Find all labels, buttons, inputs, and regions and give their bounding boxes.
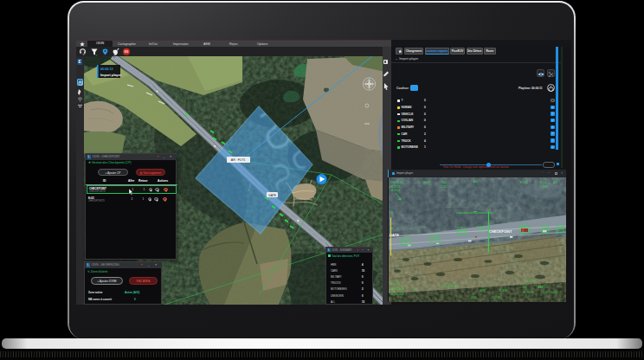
- svg-text:4658: 4658: [471, 296, 477, 299]
- svg-text:47 MOT: 47 MOT: [457, 227, 466, 230]
- svg-text:MAG CO: MAG CO: [538, 286, 548, 289]
- svg-text:AR : FLY5: AR : FLY5: [231, 158, 245, 162]
- svg-text:FL 110: FL 110: [520, 181, 528, 184]
- svg-text:2.2KM: 2.2KM: [499, 289, 507, 292]
- svg-text:NFOV: NFOV: [423, 181, 430, 184]
- svg-text:299.192.6N: 299.192.6N: [390, 181, 403, 184]
- svg-text:03:25:51: 03:25:51: [390, 189, 401, 192]
- svg-text:GATE: GATE: [268, 194, 277, 197]
- svg-text:48.18.184 N: 48.18.184 N: [390, 287, 404, 291]
- svg-text:CCM: CCM: [441, 184, 447, 188]
- svg-text:CHECKPOINT: CHECKPOINT: [489, 228, 512, 233]
- svg-text:48.28.192: 48.28.192: [523, 291, 534, 294]
- svg-text:Import player: Import player: [100, 74, 122, 77]
- svg-text:LOS: LOS: [543, 291, 548, 294]
- svg-text:50 CAR: 50 CAR: [556, 224, 564, 228]
- svg-text:N/U: N/U: [442, 181, 447, 184]
- svg-text:06.28.101 E: 06.28.101 E: [390, 292, 404, 296]
- svg-text:2.2KM: 2.2KM: [493, 296, 500, 299]
- svg-text:331 / 280: 331 / 280: [525, 280, 536, 283]
- svg-text:57 CAR: 57 CAR: [401, 236, 409, 240]
- svg-text:AGL 116: AGL 116: [390, 282, 400, 286]
- svg-text:43 TRK: 43 TRK: [519, 223, 528, 227]
- svg-text:163.1: 163.1: [551, 291, 558, 294]
- svg-text:A10: A10: [553, 181, 558, 184]
- svg-text:-1 21 24 21 26 2: -1 21 24 21 26 2: [441, 285, 459, 288]
- svg-text:5.2KM: 5.2KM: [540, 185, 548, 189]
- svg-text:100: 100: [413, 287, 417, 291]
- svg-text:H 7.5: H 7.5: [540, 181, 546, 184]
- svg-text:AGL: AGL: [473, 180, 479, 183]
- svg-text:61 CAR: 61 CAR: [430, 235, 439, 238]
- svg-text:4698: 4698: [480, 289, 486, 292]
- svg-text:40: 40: [390, 211, 394, 215]
- svg-text:55 CAR: 55 CAR: [540, 225, 549, 228]
- svg-text:S10: S10: [125, 50, 129, 54]
- svg-text:232: 232: [523, 286, 527, 289]
- svg-text:52 CAR: 52 CAR: [476, 226, 485, 229]
- svg-text:03.18.29: 03.18.29: [390, 184, 401, 188]
- svg-text:00:00:13: 00:00:13: [100, 68, 113, 71]
